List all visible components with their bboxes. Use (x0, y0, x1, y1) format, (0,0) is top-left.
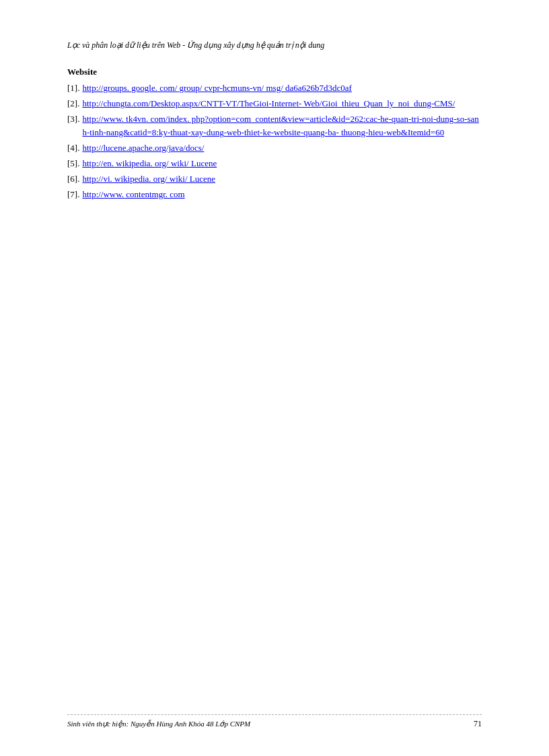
list-item: [2].http://chungta.com/Desktop.aspx/CNTT… (67, 97, 482, 111)
references-list: [1].http://groups. google. com/ group/ c… (67, 81, 482, 201)
ref-link[interactable]: http://groups. google. com/ group/ cvpr-… (82, 83, 352, 93)
footer-page-number: 71 (474, 719, 482, 729)
list-item: [6].http://vi. wikipedia. org/ wiki/ Luc… (67, 172, 482, 186)
footer-author: Sinh viên thực hiện: Nguyễn Hùng Anh Khó… (67, 720, 250, 728)
section-title: Website (67, 67, 482, 77)
list-item: [1].http://groups. google. com/ group/ c… (67, 81, 482, 96)
header-text: Lọc và phân loại dữ liệu trên Web - Ứng … (67, 40, 324, 50)
list-item: [7].http://www. contentmgr. com (67, 188, 482, 202)
ref-number: [2]. (67, 97, 79, 111)
ref-link[interactable]: http://chungta.com/Desktop.aspx/CNTT-VT/… (82, 98, 455, 108)
ref-link[interactable]: http://vi. wikipedia. org/ wiki/ Lucene (82, 174, 215, 184)
page-header: Lọc và phân loại dữ liệu trên Web - Ứng … (67, 40, 482, 50)
list-item: [3].http://www. tk4vn. com/index. php?op… (67, 112, 482, 141)
ref-number: [5]. (67, 157, 79, 171)
ref-number: [3]. (67, 112, 79, 127)
ref-number: [7]. (67, 188, 79, 202)
page: Lọc và phân loại dữ liệu trên Web - Ứng … (0, 0, 549, 756)
ref-link[interactable]: http://www. contentmgr. com (82, 189, 184, 199)
page-footer: Sinh viên thực hiện: Nguyễn Hùng Anh Khó… (67, 714, 482, 729)
ref-link[interactable]: http://lucene.apache.org/java/docs/ (82, 143, 204, 153)
list-item: [5].http://en. wikipedia. org/ wiki/ Luc… (67, 157, 482, 171)
ref-number: [4]. (67, 141, 79, 156)
website-section-label: Website (67, 67, 97, 77)
ref-number: [6]. (67, 172, 79, 186)
list-item: [4].http://lucene.apache.org/java/docs/ (67, 141, 482, 156)
ref-link[interactable]: http://www. tk4vn. com/index. php?option… (82, 114, 478, 138)
ref-link[interactable]: http://en. wikipedia. org/ wiki/ Lucene (82, 158, 217, 168)
ref-number: [1]. (67, 81, 79, 96)
